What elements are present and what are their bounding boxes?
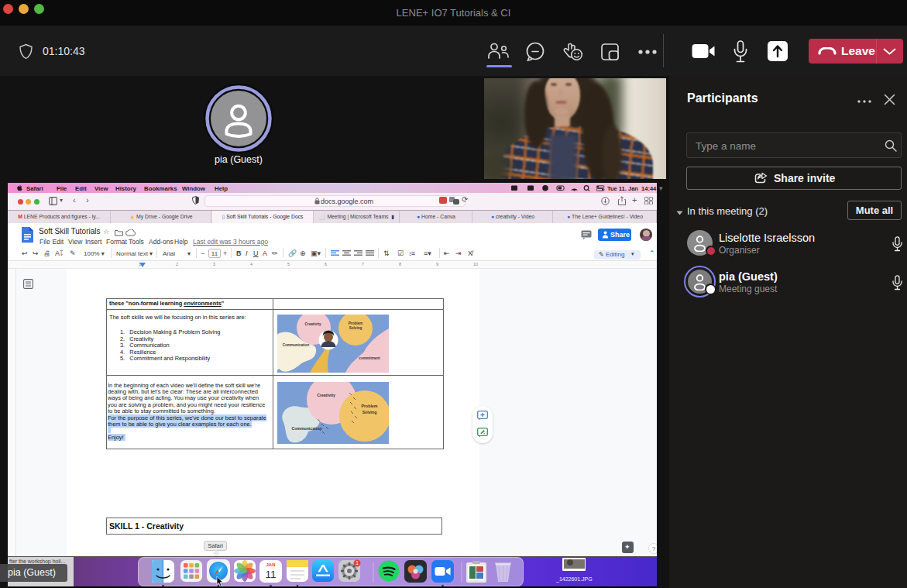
svg-text:Problem: Problem bbox=[349, 322, 362, 325]
svg-text:Solving: Solving bbox=[349, 326, 362, 330]
svg-text:Creativity: Creativity bbox=[317, 393, 335, 397]
svg-text:Communication: Communication bbox=[291, 426, 321, 431]
svg-text:Creativity: Creativity bbox=[305, 322, 321, 326]
svg-text:Communication: Communication bbox=[283, 343, 310, 347]
svg-text:Problem: Problem bbox=[362, 404, 378, 408]
svg-text:JAN: JAN bbox=[266, 562, 275, 567]
svg-text:1: 1 bbox=[356, 560, 359, 566]
svg-text:11: 11 bbox=[265, 569, 276, 580]
svg-text:commitment: commitment bbox=[359, 356, 380, 360]
svg-text:Solving: Solving bbox=[362, 410, 377, 414]
